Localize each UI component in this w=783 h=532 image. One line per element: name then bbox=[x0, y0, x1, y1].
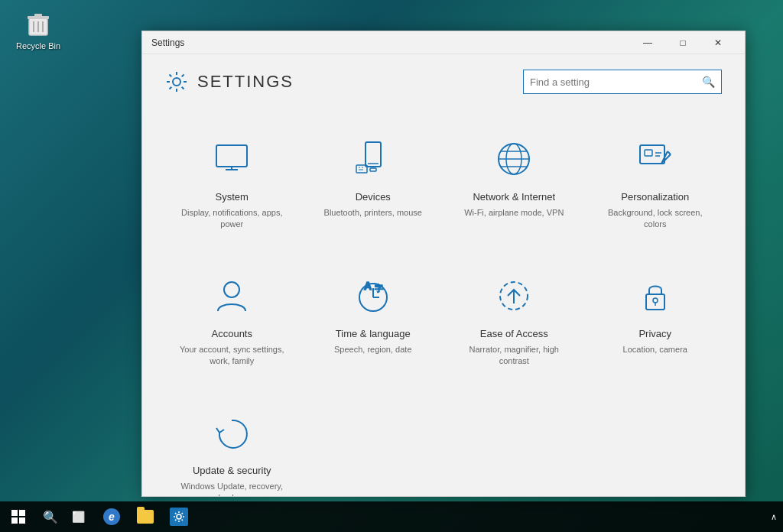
settings-item-accounts[interactable]: Accounts Your account, sync settings, wo… bbox=[165, 254, 299, 383]
svg-rect-11 bbox=[370, 168, 376, 171]
folder-icon bbox=[137, 510, 154, 524]
window-controls: — □ ✕ bbox=[630, 31, 736, 54]
devices-desc: Bluetooth, printers, mouse bbox=[324, 207, 422, 219]
svg-rect-38 bbox=[646, 294, 664, 310]
task-view-icon: ⬜ bbox=[72, 511, 85, 523]
search-icon: 🔍 bbox=[702, 76, 715, 88]
taskbar-tray: ∧ bbox=[771, 512, 783, 522]
maximize-button[interactable]: □ bbox=[665, 31, 700, 54]
system-name: System bbox=[216, 191, 249, 203]
accounts-icon bbox=[209, 273, 255, 319]
svg-point-30 bbox=[224, 282, 239, 297]
taskbar: 🔍 ⬜ e ∧ bbox=[0, 501, 783, 532]
window-titlebar: Settings — □ ✕ bbox=[142, 31, 745, 54]
settings-item-system[interactable]: System Display, notifications, apps, pow… bbox=[165, 117, 299, 246]
privacy-icon bbox=[632, 273, 678, 319]
ease-desc: Narrator, magnifier, high contrast bbox=[459, 344, 570, 368]
settings-search-box[interactable]: 🔍 bbox=[523, 70, 722, 94]
minimize-button[interactable]: — bbox=[630, 31, 665, 54]
ease-name: Ease of Access bbox=[480, 328, 548, 339]
recycle-bin-label: Recycle Bin bbox=[16, 41, 60, 50]
settings-item-personalization[interactable]: Personalization Background, lock screen,… bbox=[589, 117, 723, 246]
settings-item-time[interactable]: A 字 Time & language Speech, region, date bbox=[307, 254, 440, 383]
edge-icon: e bbox=[103, 508, 120, 525]
settings-item-devices[interactable]: Devices Bluetooth, printers, mouse bbox=[307, 117, 440, 246]
devices-name: Devices bbox=[356, 191, 391, 203]
tray-time: ∧ bbox=[771, 512, 777, 522]
time-icon: A 字 bbox=[350, 273, 396, 319]
update-icon bbox=[209, 410, 255, 456]
close-button[interactable]: ✕ bbox=[700, 31, 736, 54]
settings-gear-icon bbox=[165, 70, 188, 93]
svg-rect-2 bbox=[34, 14, 42, 17]
svg-text:A: A bbox=[364, 280, 372, 292]
settings-item-update[interactable]: Update & security Windows Update, recove… bbox=[165, 391, 299, 496]
taskbar-search-icon: 🔍 bbox=[43, 510, 58, 524]
window-title: Settings bbox=[151, 37, 630, 48]
settings-taskbar-icon bbox=[170, 508, 188, 526]
update-desc: Windows Update, recovery, backup bbox=[177, 481, 288, 496]
svg-rect-10 bbox=[366, 142, 381, 167]
svg-point-6 bbox=[173, 78, 180, 86]
recycle-bin-image bbox=[23, 8, 54, 38]
settings-header: SETTINGS 🔍 bbox=[165, 70, 722, 94]
network-desc: Wi-Fi, airplane mode, VPN bbox=[464, 207, 564, 219]
svg-rect-23 bbox=[645, 150, 652, 156]
settings-grid: System Display, notifications, apps, pow… bbox=[165, 117, 722, 496]
accounts-desc: Your account, sync settings, work, famil… bbox=[177, 344, 288, 368]
taskbar-explorer-app[interactable] bbox=[128, 501, 162, 532]
svg-point-39 bbox=[653, 298, 658, 303]
window-content: SETTINGS 🔍 bbox=[142, 54, 745, 496]
task-view-button[interactable]: ⬜ bbox=[64, 501, 92, 532]
settings-search-input[interactable] bbox=[530, 76, 702, 88]
privacy-desc: Location, camera bbox=[623, 344, 687, 355]
taskbar-apps: e bbox=[92, 501, 771, 532]
settings-item-privacy[interactable]: Privacy Location, camera bbox=[589, 254, 723, 383]
network-icon bbox=[491, 136, 537, 182]
update-name: Update & security bbox=[193, 465, 271, 476]
taskbar-search-button[interactable]: 🔍 bbox=[37, 501, 64, 532]
system-desc: Display, notifications, apps, power bbox=[177, 207, 288, 231]
desktop: Recycle Bin Settings — □ ✕ bbox=[0, 0, 783, 532]
time-desc: Speech, region, date bbox=[334, 344, 412, 355]
settings-title-area: SETTINGS bbox=[165, 70, 294, 93]
svg-text:字: 字 bbox=[375, 284, 383, 293]
personalization-icon bbox=[632, 136, 678, 182]
start-button[interactable] bbox=[0, 501, 37, 532]
settings-title: SETTINGS bbox=[197, 72, 294, 92]
network-name: Network & Internet bbox=[473, 191, 555, 203]
settings-window: Settings — □ ✕ SETTINGS bbox=[141, 31, 746, 497]
taskbar-settings-app[interactable] bbox=[162, 501, 196, 532]
windows-logo-icon bbox=[11, 510, 25, 524]
settings-item-ease[interactable]: Ease of Access Narrator, magnifier, high… bbox=[447, 254, 581, 383]
taskbar-edge-app[interactable]: e bbox=[95, 501, 128, 532]
accounts-name: Accounts bbox=[212, 328, 252, 339]
privacy-name: Privacy bbox=[638, 328, 671, 339]
settings-item-network[interactable]: Network & Internet Wi-Fi, airplane mode,… bbox=[447, 117, 581, 246]
personalization-desc: Background, lock screen, colors bbox=[600, 207, 711, 231]
time-name: Time & language bbox=[336, 328, 411, 339]
recycle-bin-icon[interactable]: Recycle Bin bbox=[11, 8, 65, 50]
svg-rect-7 bbox=[216, 145, 247, 167]
svg-point-41 bbox=[177, 514, 181, 519]
devices-icon bbox=[350, 136, 396, 182]
system-icon bbox=[209, 136, 255, 182]
personalization-name: Personalization bbox=[621, 191, 689, 203]
ease-icon bbox=[491, 273, 537, 319]
